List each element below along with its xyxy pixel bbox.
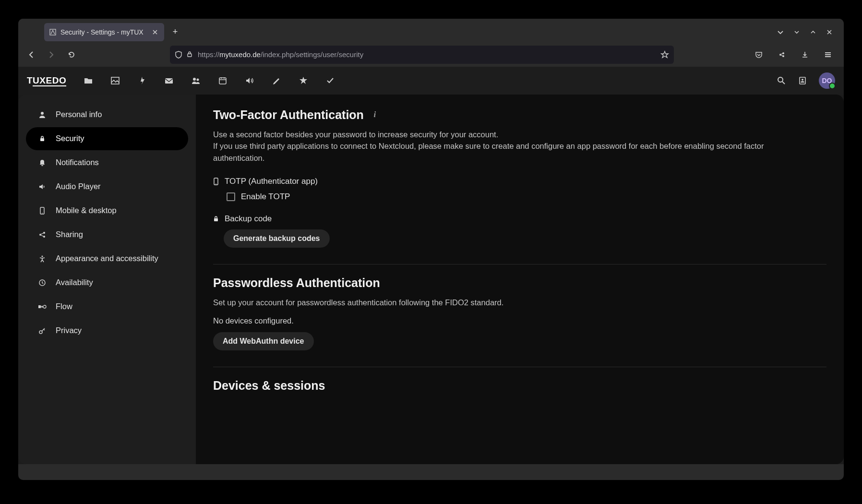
tab-favicon (49, 28, 57, 36)
sidebar-item-privacy[interactable]: Privacy (26, 319, 188, 342)
lock-icon (213, 216, 219, 222)
sidebar-item-label: Notifications (56, 158, 99, 167)
pocket-icon[interactable] (751, 47, 767, 63)
sidebar-item-mobile-desktop[interactable]: Mobile & desktop (26, 199, 188, 222)
section-passwordless: Passwordless Authentication Set up your … (213, 276, 826, 367)
svg-rect-22 (38, 305, 41, 308)
window-minimize-icon[interactable] (792, 27, 802, 37)
totp-row: TOTP (Authenticator app) (213, 177, 826, 186)
svg-point-18 (43, 232, 45, 234)
new-tab-button[interactable]: + (168, 25, 182, 39)
passwordless-empty-text: No devices configured. (213, 316, 826, 325)
sidebar-item-label: Sharing (56, 230, 83, 239)
audio-icon[interactable] (244, 75, 255, 86)
browser-tab[interactable]: Security - Settings - myTUX (44, 23, 164, 41)
svg-point-19 (43, 236, 45, 238)
svg-point-3 (782, 52, 784, 54)
hamburger-menu-icon[interactable] (820, 47, 836, 63)
backup-code-label: Backup code (225, 214, 272, 224)
section-twofa: Two-Factor Authentication i Use a second… (213, 108, 826, 264)
section-devices: Devices & sessions (213, 379, 826, 393)
search-icon[interactable] (777, 76, 786, 85)
sidebar-item-sharing[interactable]: Sharing (26, 223, 188, 246)
sidebar-item-label: Audio Player (56, 182, 101, 191)
app-body: Personal info Security Notifications Aud… (18, 95, 844, 464)
svg-rect-27 (214, 218, 218, 221)
clock-icon (37, 278, 47, 288)
sidebar-item-flow[interactable]: Flow (26, 295, 188, 318)
window-maximize-icon[interactable] (808, 27, 818, 37)
shield-icon[interactable] (175, 51, 182, 59)
generate-backup-codes-button[interactable]: Generate backup codes (224, 229, 330, 248)
tabs-dropdown-icon[interactable] (776, 27, 785, 37)
info-icon[interactable]: i (371, 110, 379, 119)
speaker-icon (37, 182, 47, 192)
sidebar-item-appearance[interactable]: Appearance and accessibility (26, 247, 188, 270)
svg-point-23 (43, 305, 46, 308)
sidebar-item-audio-player[interactable]: Audio Player (26, 175, 188, 198)
phone-icon (37, 206, 47, 216)
downloads-icon[interactable] (797, 47, 813, 63)
files-icon[interactable] (83, 75, 94, 86)
bookmark-star-icon[interactable] (660, 50, 669, 59)
twofa-heading: Two-Factor Authentication (213, 108, 364, 122)
back-button[interactable] (23, 47, 39, 63)
svg-point-7 (193, 78, 196, 81)
tab-close-icon[interactable] (151, 28, 159, 36)
svg-point-26 (216, 183, 216, 184)
sidebar-item-label: Personal info (56, 110, 102, 119)
phone-icon (213, 178, 219, 185)
photos-icon[interactable] (109, 75, 121, 86)
app-logo[interactable]: TUXEDO (27, 75, 66, 86)
lock-icon (37, 134, 47, 144)
passwordless-heading: Passwordless Authentication (213, 276, 380, 290)
devices-heading: Devices & sessions (213, 379, 325, 393)
svg-point-16 (42, 213, 43, 214)
extension-icon[interactable] (774, 47, 790, 63)
enable-totp-checkbox[interactable]: Enable TOTP (227, 192, 826, 202)
bell-icon (37, 158, 47, 168)
tab-title: Security - Settings - myTUX (60, 28, 147, 36)
add-webauthn-device-button[interactable]: Add WebAuthn device (213, 332, 314, 350)
lock-icon[interactable] (186, 51, 193, 59)
avatar[interactable]: DO (819, 72, 835, 89)
browser-toolbar: https://mytuxedo.de/index.php/settings/u… (18, 43, 844, 67)
share-icon (37, 230, 47, 240)
checkbox-icon (227, 192, 235, 201)
svg-point-20 (41, 255, 43, 257)
contacts-icon[interactable] (190, 75, 202, 86)
tasks-icon[interactable] (324, 75, 336, 86)
sidebar-item-label: Flow (56, 302, 72, 311)
sidebar-item-label: Availability (56, 278, 93, 287)
mail-icon[interactable] (163, 75, 175, 86)
window-close-icon[interactable] (825, 27, 834, 37)
reload-button[interactable] (63, 47, 80, 63)
app-nav-icons (83, 75, 336, 86)
bookmarks-icon[interactable] (298, 75, 309, 86)
forward-button[interactable] (43, 47, 60, 63)
browser-tab-bar: Security - Settings - myTUX + (18, 19, 844, 43)
svg-rect-14 (40, 138, 44, 141)
activity-icon[interactable] (136, 75, 148, 86)
svg-point-8 (197, 78, 199, 81)
sidebar-item-label: Security (56, 134, 84, 143)
svg-point-4 (782, 55, 784, 57)
sidebar-item-label: Privacy (56, 326, 82, 335)
address-bar[interactable]: https://mytuxedo.de/index.php/settings/u… (170, 46, 674, 64)
notes-icon[interactable] (271, 75, 282, 86)
contacts-menu-icon[interactable] (798, 76, 807, 85)
sidebar-item-label: Mobile & desktop (56, 206, 117, 215)
sidebar-item-notifications[interactable]: Notifications (26, 151, 188, 174)
svg-rect-1 (188, 54, 192, 57)
settings-sidebar: Personal info Security Notifications Aud… (18, 95, 196, 464)
app-topbar: TUXEDO DO (18, 67, 844, 95)
sidebar-item-availability[interactable]: Availability (26, 271, 188, 294)
sidebar-item-security[interactable]: Security (26, 127, 188, 150)
sidebar-item-label: Appearance and accessibility (56, 254, 158, 263)
totp-label: TOTP (Authenticator app) (225, 177, 318, 186)
sidebar-item-personal-info[interactable]: Personal info (26, 103, 188, 126)
svg-point-13 (41, 112, 44, 115)
calendar-icon[interactable] (217, 75, 228, 86)
svg-rect-6 (165, 78, 173, 84)
url-text: https://mytuxedo.de/index.php/settings/u… (198, 50, 656, 59)
